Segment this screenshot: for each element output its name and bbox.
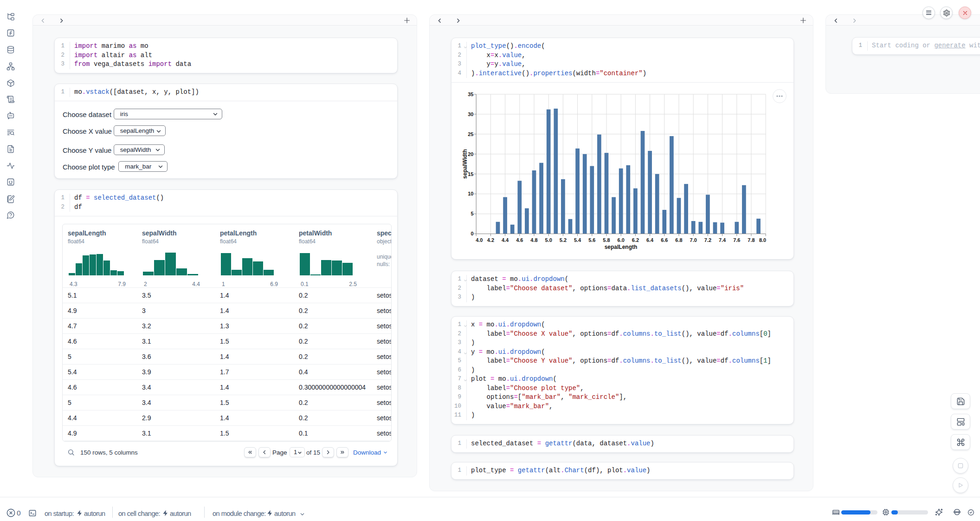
svg-text:7.8: 7.8 bbox=[748, 237, 754, 243]
svg-text:5.2: 5.2 bbox=[560, 237, 567, 243]
svg-text:sepalLength: sepalLength bbox=[605, 244, 638, 250]
svg-text:4.8: 4.8 bbox=[530, 237, 537, 243]
svg-text:5.8: 5.8 bbox=[603, 237, 610, 243]
svg-text:7.0: 7.0 bbox=[690, 237, 697, 243]
svg-text:7.2: 7.2 bbox=[704, 237, 711, 243]
svg-text:4.4: 4.4 bbox=[502, 237, 509, 243]
svg-text:6.0: 6.0 bbox=[618, 237, 625, 243]
svg-text:6.8: 6.8 bbox=[675, 237, 682, 243]
svg-text:4.2: 4.2 bbox=[487, 237, 494, 243]
svg-text:5.4: 5.4 bbox=[574, 237, 581, 243]
svg-text:7.4: 7.4 bbox=[719, 237, 726, 243]
svg-text:6.6: 6.6 bbox=[661, 237, 668, 243]
svg-text:15: 15 bbox=[468, 171, 473, 177]
svg-text:7.6: 7.6 bbox=[733, 237, 740, 243]
svg-text:0: 0 bbox=[471, 231, 473, 236]
svg-text:5.0: 5.0 bbox=[545, 237, 552, 243]
svg-text:sepalWidth: sepalWidth bbox=[462, 149, 468, 179]
svg-text:30: 30 bbox=[468, 111, 473, 117]
svg-text:20: 20 bbox=[468, 151, 473, 157]
svg-text:6.4: 6.4 bbox=[646, 237, 654, 243]
svg-text:35: 35 bbox=[468, 91, 473, 97]
svg-text:5.6: 5.6 bbox=[588, 237, 595, 243]
svg-text:8.0: 8.0 bbox=[759, 237, 766, 243]
svg-text:6.2: 6.2 bbox=[632, 237, 639, 243]
svg-text:4.0: 4.0 bbox=[476, 237, 483, 243]
svg-text:4.6: 4.6 bbox=[516, 237, 523, 243]
svg-text:25: 25 bbox=[468, 131, 473, 137]
svg-text:5: 5 bbox=[471, 211, 473, 216]
svg-text:10: 10 bbox=[468, 191, 473, 196]
